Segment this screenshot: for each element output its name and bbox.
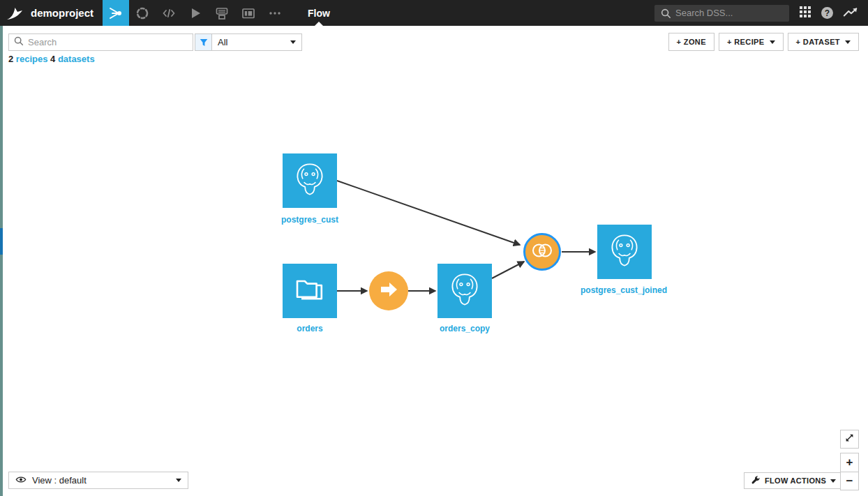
flow-actions-label: FLOW ACTIONS [765,476,826,485]
view-selector-label: View : default [32,475,87,486]
chevron-down-icon [770,40,775,44]
code-icon[interactable] [156,0,182,26]
view-selector[interactable]: View : default [8,472,188,489]
recipes-count: 2 [8,54,13,64]
navbar-left: demoproject [0,0,337,26]
dataiku-logo[interactable] [0,0,29,26]
flow-search-input[interactable] [24,37,193,47]
add-dataset-button[interactable]: + DATASET [788,33,859,51]
tab-flow[interactable]: Flow [301,0,337,26]
top-navbar: demoproject [0,0,868,26]
dss-search-input[interactable] [654,5,789,22]
flow-edges [0,0,868,496]
node-label[interactable]: orders [297,324,322,333]
help-glyph: ? [825,8,830,18]
postgres-icon [608,233,641,271]
flow-icon[interactable] [103,0,129,26]
chevron-down-icon [830,479,836,483]
dss-flow-page: demoproject [0,0,868,496]
flow-zones-collapsed-strip[interactable] [0,26,3,496]
flow-add-buttons: + ZONE + RECIPE + DATASET [668,33,859,51]
dataset-node-postgres_cust_joined[interactable] [597,225,652,279]
lab-icon[interactable] [129,0,156,26]
zoom-out-button[interactable]: − [841,472,858,490]
add-zone-button[interactable]: + ZONE [668,33,714,51]
expand-icon [844,433,855,446]
datasets-link[interactable]: datasets [58,54,95,64]
add-dataset-label: + DATASET [796,38,840,46]
fit-to-screen-button[interactable] [840,430,859,449]
flow-search [8,33,193,51]
zoom-in-button[interactable]: + [841,453,858,472]
wrench-icon [751,475,761,486]
add-recipe-label: + RECIPE [727,38,765,46]
flow-filter-select[interactable]: All [195,33,302,51]
filter-funnel-icon [195,34,212,50]
postgres-icon [449,272,481,310]
eye-icon [15,475,27,486]
chevron-down-icon [845,40,851,44]
folder-node-orders[interactable] [283,264,337,318]
sync-arrow-icon [378,279,399,303]
dss-search [654,5,789,22]
search-icon [13,36,24,49]
dashboard-icon[interactable] [235,0,262,26]
project-title[interactable]: demoproject [31,7,93,19]
recipe-node-sync[interactable] [369,271,408,310]
node-label[interactable]: orders_copy [440,324,490,333]
play-icon[interactable] [182,0,209,26]
dataset-node-postgres_cust[interactable] [283,153,337,208]
tab-flow-label: Flow [308,8,330,19]
help-icon[interactable]: ? [821,7,833,19]
recipe-node-join[interactable] [523,233,561,271]
apps-grid-icon[interactable] [799,6,811,21]
node-label[interactable]: postgres_cust [281,215,338,225]
more-icon[interactable] [262,0,288,26]
trend-icon[interactable] [843,5,858,22]
join-venn-icon [530,241,554,262]
postgres-icon [294,162,326,200]
flow-zones-strip-indicator [0,228,3,255]
flow-actions-button[interactable]: FLOW ACTIONS [744,472,848,489]
chevron-down-icon [290,40,296,44]
flow-selection-summary: 2 recipes 4 datasets [8,54,95,64]
chevron-down-icon [176,479,181,482]
recipes-link[interactable]: recipes [16,54,48,64]
navbar-right: ? [654,5,868,22]
zoom-controls: + − [840,453,859,490]
datasets-count: 4 [50,54,55,64]
folder-icon [293,274,327,308]
add-recipe-button[interactable]: + RECIPE [719,33,784,51]
active-tab-pointer [315,22,323,26]
filter-selected-value: All [212,37,290,47]
node-label[interactable]: postgres_cust_joined [581,285,667,295]
search-icon [660,8,671,22]
add-zone-label: + ZONE [677,38,706,46]
jobs-icon[interactable] [209,0,235,26]
dataset-node-orders_copy[interactable] [437,264,492,318]
